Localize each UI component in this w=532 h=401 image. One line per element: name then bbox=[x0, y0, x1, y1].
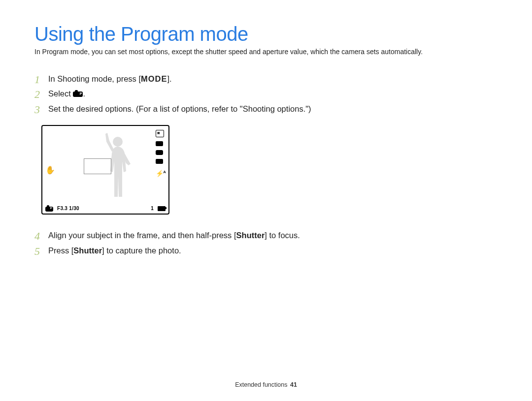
step-text-post: ] to focus. bbox=[265, 231, 300, 240]
quality-icon bbox=[156, 141, 163, 146]
step-number: 2 bbox=[34, 86, 40, 102]
step-text: Set the desired options. (For a list of … bbox=[48, 104, 311, 113]
step-text-post: ] to capture the photo. bbox=[102, 246, 181, 255]
page-footer: Extended functions 41 bbox=[0, 381, 532, 388]
step-number: 5 bbox=[34, 243, 40, 259]
mode-button-label: MODE bbox=[141, 74, 167, 83]
lcd-right-icons: ▣ ⚡A bbox=[156, 130, 166, 177]
lcd-left-icons: ✋ bbox=[45, 166, 55, 174]
exposure-icon bbox=[156, 159, 163, 164]
step-number: 3 bbox=[34, 101, 40, 118]
battery-icon bbox=[158, 206, 166, 211]
exposure-readout: F3.3 1/30 bbox=[57, 206, 79, 211]
step-3: 3 Set the desired options. (For a list o… bbox=[34, 103, 498, 115]
step-text-post: ]. bbox=[167, 74, 172, 83]
step-text: Press [ bbox=[48, 246, 73, 255]
step-text: In Shooting mode, press [ bbox=[48, 74, 141, 83]
flash-auto-icon: ⚡A bbox=[156, 169, 166, 177]
shot-counter: 1 bbox=[151, 206, 154, 211]
step-text-post: . bbox=[83, 89, 85, 98]
metering-icon bbox=[156, 150, 163, 155]
resolution-icon: ▣ bbox=[156, 130, 164, 137]
step-4: 4 Align your subject in the frame, and t… bbox=[34, 229, 498, 242]
footer-page-number: 41 bbox=[290, 381, 297, 388]
step-5: 5 Press [Shutter] to capture the photo. bbox=[34, 245, 498, 257]
step-text: Align your subject in the frame, and the… bbox=[48, 231, 236, 240]
lcd-screen: ▣ ⚡A ✋ P F3.3 1/30 1 bbox=[41, 125, 169, 215]
svg-point-0 bbox=[113, 137, 123, 147]
shutter-label: Shutter bbox=[73, 246, 102, 255]
lcd-bottom-bar: P F3.3 1/30 1 bbox=[45, 206, 166, 212]
step-number: 4 bbox=[34, 228, 40, 244]
page-title: Using the Program mode bbox=[34, 24, 498, 44]
shutter-label: Shutter bbox=[236, 231, 265, 240]
camera-lcd-figure: ▣ ⚡A ✋ P F3.3 1/30 1 bbox=[41, 125, 498, 215]
step-1: 1 In Shooting mode, press [MODE]. bbox=[34, 73, 498, 85]
focus-bracket-icon bbox=[84, 158, 111, 174]
step-text: Select bbox=[48, 89, 73, 98]
step-number: 1 bbox=[34, 71, 40, 88]
footer-section: Extended functions bbox=[235, 381, 287, 388]
camera-program-icon: P bbox=[73, 91, 83, 97]
image-stabilizer-icon: ✋ bbox=[45, 166, 55, 174]
steps-list: 1 In Shooting mode, press [MODE]. 2 Sele… bbox=[34, 73, 498, 115]
step-2: 2 Select P . bbox=[34, 88, 498, 100]
mode-indicator-icon: P bbox=[45, 206, 53, 212]
steps-list-continued: 4 Align your subject in the frame, and t… bbox=[34, 229, 498, 257]
intro-paragraph: In Program mode, you can set most option… bbox=[34, 47, 498, 57]
